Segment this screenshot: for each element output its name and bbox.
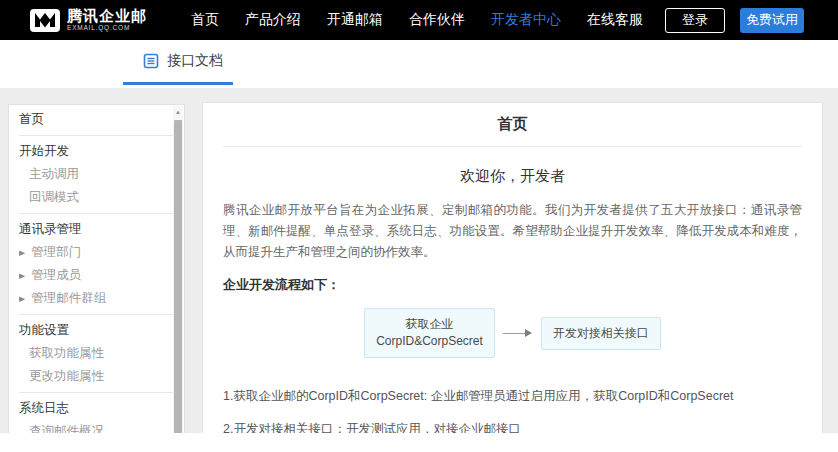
sidebar-item-change-feature-attrs[interactable]: 更改功能属性 <box>9 365 184 388</box>
triangle-right-icon: ▶ <box>19 271 25 279</box>
secondary-tab-bar: 接口文档 <box>0 40 838 88</box>
sidebar-item-manage-mail-groups[interactable]: ▶管理邮件群组 <box>9 287 184 310</box>
sidebar-item-contacts-mgmt[interactable]: 通讯录管理 <box>9 218 184 241</box>
sidebar-item-home[interactable]: 首页 <box>9 108 184 131</box>
sidebar-item-label: 开始开发 <box>19 143 69 160</box>
sidebar-item-label: 查询邮件概况 <box>29 423 104 433</box>
scrollbar-up-arrow-icon[interactable]: ▲ <box>173 106 183 118</box>
exmail-logo-text: 腾讯企业邮 EXMAIL.QQ.COM <box>67 8 147 32</box>
flow-step1-line1: 获取企业 <box>376 316 483 333</box>
flow-step-get-corpid: 获取企业 CorpID&CorpSecret <box>364 308 495 358</box>
nav-product-intro[interactable]: 产品介绍 <box>245 11 301 29</box>
scrollbar-thumb[interactable] <box>174 120 182 433</box>
nav-developer-center[interactable]: 开发者中心 <box>491 11 561 29</box>
exmail-logo-icon <box>30 9 60 32</box>
flow-step-develop-api: 开发对接相关接口 <box>541 317 661 350</box>
right-arrow-icon <box>495 329 541 337</box>
sidebar-item-label: 主动调用 <box>29 166 79 183</box>
nav-partners[interactable]: 合作伙伴 <box>409 11 465 29</box>
sidebar-item-label: 回调模式 <box>29 189 79 206</box>
sidebar-divider <box>19 314 174 315</box>
sidebar-item-callback-mode[interactable]: 回调模式 <box>9 186 184 209</box>
free-trial-button[interactable]: 免费试用 <box>740 8 804 33</box>
nav-online-support[interactable]: 在线客服 <box>587 11 643 29</box>
sidebar-item-label: 管理邮件群组 <box>31 290 106 307</box>
main-nav: 首页 产品介绍 开通邮箱 合作伙伴 开发者中心 在线客服 <box>191 11 643 29</box>
tab-api-docs[interactable]: 接口文档 <box>143 52 223 70</box>
step-description-2: 2.开发对接相关接口：开发测试应用，对接企业邮接口 <box>223 421 802 433</box>
active-tab-underline <box>123 82 233 85</box>
welcome-text: 欢迎你，开发者 <box>223 167 802 186</box>
sidebar-item-get-started[interactable]: 开始开发 <box>9 140 184 163</box>
sidebar-item-label: 首页 <box>19 111 44 128</box>
sidebar-divider <box>19 213 174 214</box>
logo-subtitle: EXMAIL.QQ.COM <box>67 25 147 32</box>
nav-home[interactable]: 首页 <box>191 11 219 29</box>
sidebar-item-label: 通讯录管理 <box>19 221 82 238</box>
sidebar-item-label: 管理部门 <box>31 244 81 261</box>
sidebar-item-label: 获取功能属性 <box>29 345 104 362</box>
sidebar-scrollbar[interactable]: ▲ <box>173 106 183 433</box>
step-description-1: 1.获取企业邮的CorpID和CorpSecret: 企业邮管理员通过启用应用，… <box>223 388 802 405</box>
title-divider <box>223 146 802 147</box>
triangle-right-icon: ▶ <box>19 294 25 302</box>
sidebar-item-label: 更改功能属性 <box>29 368 104 385</box>
sidebar-item-feature-settings[interactable]: 功能设置 <box>9 319 184 342</box>
login-button[interactable]: 登录 <box>665 8 725 33</box>
page-title: 首页 <box>223 115 802 134</box>
flow-step2-label: 开发对接相关接口 <box>553 325 649 342</box>
triangle-right-icon: ▶ <box>19 248 25 256</box>
sidebar-divider <box>19 392 174 393</box>
top-navigation-bar: 腾讯企业邮 EXMAIL.QQ.COM 首页 产品介绍 开通邮箱 合作伙伴 开发… <box>0 0 838 40</box>
docs-sidebar: 首页 开始开发 主动调用 回调模式 通讯录管理 ▶管理部门 ▶管理成员 ▶管理邮… <box>8 104 185 433</box>
sidebar-item-label: 系统日志 <box>19 400 69 417</box>
tab-api-docs-label: 接口文档 <box>167 52 223 70</box>
sidebar-divider <box>19 135 174 136</box>
sidebar-item-get-feature-attrs[interactable]: 获取功能属性 <box>9 342 184 365</box>
sidebar-item-manage-departments[interactable]: ▶管理部门 <box>9 241 184 264</box>
sidebar-item-system-log[interactable]: 系统日志 <box>9 397 184 420</box>
docs-main-panel: 首页 欢迎你，开发者 腾讯企业邮开放平台旨在为企业拓展、定制邮箱的功能。我们为开… <box>202 102 823 433</box>
nav-open-mailbox[interactable]: 开通邮箱 <box>327 11 383 29</box>
sidebar-item-manage-members[interactable]: ▶管理成员 <box>9 264 184 287</box>
dev-process-flow: 获取企业 CorpID&CorpSecret 开发对接相关接口 <box>223 308 802 358</box>
intro-paragraph: 腾讯企业邮开放平台旨在为企业拓展、定制邮箱的功能。我们为开发者提供了五大开放接口… <box>223 200 802 263</box>
exmail-logo[interactable]: 腾讯企业邮 EXMAIL.QQ.COM <box>30 8 147 32</box>
logo-title: 腾讯企业邮 <box>67 8 147 23</box>
document-icon <box>143 53 159 69</box>
sidebar-item-label: 功能设置 <box>19 322 69 339</box>
sidebar-item-active-call[interactable]: 主动调用 <box>9 163 184 186</box>
flow-step1-line2: CorpID&CorpSecret <box>376 333 483 350</box>
sidebar-item-label: 管理成员 <box>31 267 81 284</box>
process-heading: 企业开发流程如下： <box>223 276 802 294</box>
content-region: 首页 开始开发 主动调用 回调模式 通讯录管理 ▶管理部门 ▶管理成员 ▶管理邮… <box>0 88 838 433</box>
sidebar-item-query-mail-overview[interactable]: 查询邮件概况 <box>9 420 184 433</box>
